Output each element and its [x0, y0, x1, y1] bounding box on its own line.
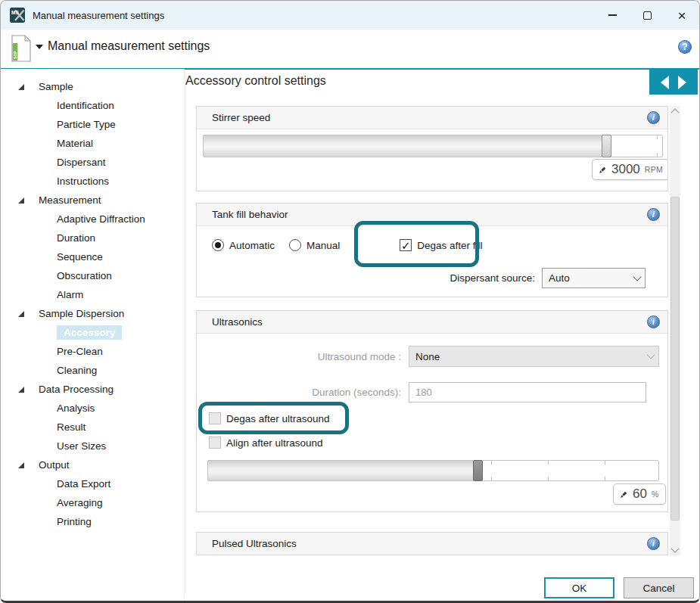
scroll-down-icon[interactable] — [670, 544, 679, 552]
next-page-icon[interactable] — [678, 76, 686, 89]
info-icon[interactable]: i — [647, 208, 660, 221]
degas-after-fill-label[interactable]: Degas after fill — [417, 240, 482, 251]
msx-app-icon: MS — [10, 8, 25, 23]
sidebar-item-accessory[interactable]: Accessory — [1, 323, 184, 342]
sidebar-item-material[interactable]: Material — [1, 134, 184, 153]
prev-page-icon[interactable] — [661, 76, 669, 89]
expand-triangle-icon[interactable] — [17, 83, 25, 91]
manual-radio[interactable] — [289, 239, 301, 251]
sidebar-item-output[interactable]: Output — [1, 455, 184, 474]
scroll-up-icon[interactable] — [670, 108, 679, 117]
page-nav-arrows[interactable] — [649, 70, 698, 95]
ultrasonics-section: Ultrasonics i Ultrasound mode : None Dur… — [196, 310, 668, 512]
ok-button[interactable]: OK — [544, 577, 614, 598]
sidebar-item-pre-clean[interactable]: Pre-Clean — [1, 342, 184, 361]
dispersant-source-value: Auto — [549, 272, 570, 284]
sidebar-item-printing[interactable]: Printing — [1, 512, 184, 531]
section-title: Tank fill behavior — [212, 209, 647, 220]
sidebar-item-user-sizes[interactable]: User Sizes — [1, 437, 184, 455]
stirrer-speed-value: 3000 — [611, 162, 640, 177]
section-title: Ultrasonics — [212, 316, 647, 328]
expand-triangle-icon[interactable] — [17, 462, 25, 469]
duration-seconds-input[interactable]: 180 — [409, 382, 646, 403]
expand-triangle-icon[interactable] — [17, 386, 25, 393]
document-dropdown-caret-icon[interactable] — [36, 45, 43, 49]
minimize-icon — [608, 14, 617, 16]
slider-fill — [204, 135, 607, 157]
ultrasonics-header: Ultrasonics i — [197, 311, 667, 334]
ultrasound-mode-value: None — [415, 351, 440, 362]
sidebar-item-alarm[interactable]: Alarm — [1, 285, 184, 304]
tank-fill-behavior-section: Tank fill behavior i Automatic Manual ✓ … — [196, 203, 668, 297]
sidebar-item-data-export[interactable]: Data Export — [1, 474, 184, 493]
sidebar-item-instructions[interactable]: Instructions — [1, 172, 184, 191]
info-icon[interactable]: i — [647, 111, 660, 124]
sidebar-item-identification[interactable]: Identification — [1, 96, 184, 115]
sidebar-item-measurement[interactable]: Measurement — [1, 191, 184, 210]
page-title: Accessory control settings — [185, 74, 326, 88]
sidebar-content-divider — [185, 73, 186, 593]
document-header: SOP Manual measurement settings ? — [1, 30, 699, 68]
sidebar-item-cleaning[interactable]: Cleaning — [1, 361, 184, 380]
slider-fill — [208, 461, 478, 480]
sidebar-item-particle-type[interactable]: Particle Type — [1, 115, 184, 134]
content-scrollbar[interactable] — [670, 106, 680, 555]
automatic-radio[interactable] — [212, 239, 224, 251]
stirrer-speed-section: Stirrer speed i 3000 RPM — [196, 106, 668, 191]
ultrasound-power-value-badge[interactable]: 60 % — [613, 483, 666, 505]
sidebar-item-adaptive-diffraction[interactable]: Adaptive Diffraction — [1, 210, 184, 228]
info-icon[interactable]: i — [647, 315, 660, 328]
ultrasound-mode-label: Ultrasound mode : — [310, 351, 401, 362]
degas-after-ultrasound-checkbox[interactable] — [209, 412, 221, 424]
expand-triangle-icon[interactable] — [17, 197, 25, 204]
svg-text:SOP: SOP — [13, 51, 17, 59]
sidebar-item-duration[interactable]: Duration — [1, 228, 184, 247]
degas-after-fill-checkbox[interactable]: ✓ — [400, 239, 412, 251]
dispersant-source-dropdown[interactable]: Auto — [542, 268, 646, 288]
duration-seconds-value: 180 — [415, 387, 432, 398]
help-icon[interactable]: ? — [678, 40, 692, 54]
sidebar-item-sample-dispersion[interactable]: Sample Dispersion — [1, 304, 184, 323]
slider-thumb[interactable] — [602, 135, 611, 157]
maximize-button[interactable] — [630, 1, 664, 30]
align-after-ultrasound-label[interactable]: Align after ultrasound — [226, 437, 323, 449]
align-after-ultrasound-checkbox[interactable] — [209, 437, 221, 449]
sop-document-icon[interactable]: SOP — [11, 34, 32, 63]
close-button[interactable]: × — [664, 1, 699, 30]
cancel-button[interactable]: Cancel — [624, 577, 694, 598]
slider-thumb[interactable] — [473, 460, 483, 481]
manual-measurement-settings-dialog: MS Manual measurement settings × SOP Man… — [0, 0, 700, 603]
sidebar-item-result[interactable]: Result — [1, 418, 184, 437]
duration-seconds-label: Duration (seconds): — [303, 387, 401, 398]
ultrasound-power-unit: % — [652, 490, 659, 499]
sidebar-item-sample[interactable]: Sample — [1, 77, 184, 96]
pulsed-ultrasonics-section: Pulsed Ultrasonics i — [196, 532, 668, 555]
ultrasound-mode-dropdown[interactable]: None — [409, 346, 659, 367]
section-title: Pulsed Ultrasonics — [212, 538, 647, 549]
maximize-icon — [643, 11, 652, 20]
settings-tree: Sample Identification Particle Type Mate… — [1, 69, 185, 601]
stirrer-speed-header: Stirrer speed i — [197, 107, 667, 129]
info-icon[interactable]: i — [647, 537, 660, 550]
stirrer-speed-slider[interactable] — [203, 135, 663, 157]
scrollbar-thumb[interactable] — [670, 197, 680, 521]
sidebar-item-sequence[interactable]: Sequence — [1, 247, 184, 266]
minimize-button[interactable] — [595, 1, 630, 30]
automatic-radio-label[interactable]: Automatic — [229, 240, 275, 251]
ultrasound-power-slider[interactable] — [207, 460, 659, 481]
sidebar-item-obscuration[interactable]: Obscuration — [1, 266, 184, 285]
edit-pencil-icon — [620, 490, 628, 499]
ultrasound-power-value: 60 — [633, 486, 647, 502]
manual-radio-label[interactable]: Manual — [306, 240, 340, 251]
window-title: Manual measurement settings — [33, 10, 164, 21]
chevron-down-icon — [646, 350, 655, 359]
stirrer-speed-value-badge[interactable]: 3000 RPM — [592, 159, 668, 180]
degas-after-ultrasound-label[interactable]: Degas after ultrasound — [226, 413, 330, 424]
expand-triangle-icon[interactable] — [17, 310, 25, 318]
stirrer-speed-unit: RPM — [645, 165, 663, 174]
sidebar-item-averaging[interactable]: Averaging — [1, 493, 184, 512]
settings-page-heading: Manual measurement settings — [48, 39, 210, 53]
sidebar-item-data-processing[interactable]: Data Processing — [1, 380, 184, 399]
sidebar-item-dispersant[interactable]: Dispersant — [1, 153, 184, 172]
sidebar-item-analysis[interactable]: Analysis — [1, 399, 184, 418]
